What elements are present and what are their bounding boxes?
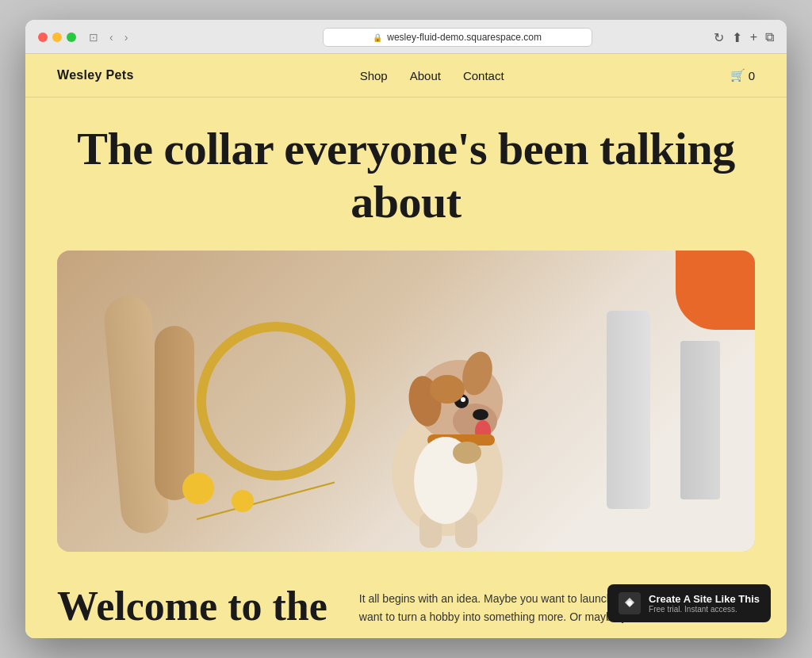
address-bar[interactable]: 🔒 wesley-fluid-demo.squarespace.com (323, 28, 592, 47)
hero-title: The collar everyone's been talking about (25, 98, 787, 251)
cart-icon[interactable]: 🛒 0 (730, 68, 755, 82)
site-nav: Wesley Pets Shop About Contact 🛒 0 (25, 54, 787, 98)
cart-count: 0 (749, 69, 755, 82)
squarespace-badge[interactable]: Create A Site Like This Free trial. Inst… (607, 584, 771, 622)
new-tab-button[interactable]: + (750, 30, 757, 44)
svg-point-5 (461, 397, 465, 402)
cart-symbol: 🛒 (730, 68, 745, 82)
nav-link-contact[interactable]: Contact (463, 69, 504, 82)
welcome-title: Welcome to the (57, 583, 327, 629)
traffic-lights (38, 33, 76, 42)
svg-point-13 (430, 375, 465, 404)
string-line (197, 482, 335, 521)
maximize-button[interactable] (67, 33, 76, 42)
svg-point-15 (627, 601, 632, 606)
prop-tube-2 (155, 326, 194, 500)
forward-button[interactable]: › (121, 29, 132, 45)
share-button[interactable]: ⬆ (732, 30, 742, 45)
lock-icon: 🔒 (373, 33, 382, 42)
browser-controls: ⊡ ‹ › (86, 29, 131, 45)
svg-point-14 (453, 442, 481, 464)
nav-link-about[interactable]: About (410, 69, 441, 82)
squarespace-badge-text: Create A Site Like This Free trial. Inst… (649, 593, 760, 614)
site-logo: Wesley Pets (57, 68, 134, 82)
nav-links: Shop About Contact (360, 69, 504, 82)
decorative-ball-2 (232, 490, 254, 512)
window-icon[interactable]: ⊡ (86, 29, 102, 45)
site-content: Wesley Pets Shop About Contact 🛒 0 The c… (25, 54, 787, 638)
decorative-hoop (197, 322, 355, 480)
prop-board-2 (680, 341, 720, 499)
duplicate-button[interactable]: ⧉ (765, 30, 774, 44)
dog-illustration (344, 298, 550, 552)
hero-scene (57, 251, 755, 552)
decorative-ball-1 (182, 472, 214, 504)
back-button[interactable]: ‹ (106, 29, 117, 45)
browser-window: ⊡ ‹ › 🔒 wesley-fluid-demo.squarespace.co… (25, 20, 787, 638)
close-button[interactable] (38, 33, 48, 42)
prop-board (607, 311, 650, 509)
badge-title: Create A Site Like This (649, 593, 760, 605)
hero-image (57, 251, 755, 552)
browser-actions: ↻ ⬆ + ⧉ (714, 30, 774, 45)
orange-accent (676, 251, 755, 330)
url-text: wesley-fluid-demo.squarespace.com (387, 32, 542, 43)
browser-chrome: ⊡ ‹ › 🔒 wesley-fluid-demo.squarespace.co… (25, 20, 787, 54)
badge-subtitle: Free trial. Instant access. (649, 605, 760, 614)
refresh-button[interactable]: ↻ (714, 30, 724, 45)
nav-link-shop[interactable]: Shop (360, 69, 388, 82)
squarespace-icon (619, 592, 641, 614)
minimize-button[interactable] (52, 33, 62, 42)
svg-point-3 (473, 409, 488, 420)
